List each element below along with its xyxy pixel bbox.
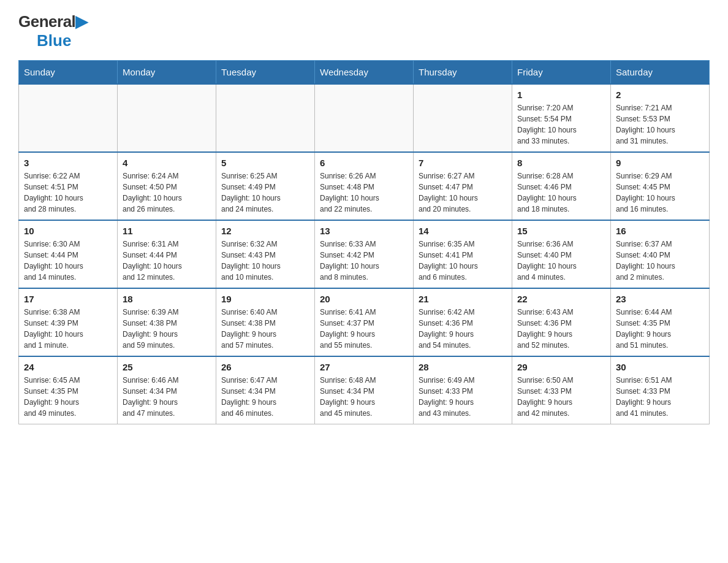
calendar-week-4: 24Sunrise: 6:45 AMSunset: 4:35 PMDayligh… (19, 356, 710, 424)
header-row: SundayMondayTuesdayWednesdayThursdayFrid… (19, 61, 710, 85)
day-info: Sunrise: 6:24 AMSunset: 4:50 PMDaylight:… (123, 170, 211, 215)
day-info: Sunrise: 6:29 AMSunset: 4:45 PMDaylight:… (616, 170, 704, 215)
day-number: 14 (419, 226, 507, 236)
calendar-cell: 7Sunrise: 6:27 AMSunset: 4:47 PMDaylight… (414, 152, 512, 220)
day-info: Sunrise: 6:35 AMSunset: 4:41 PMDaylight:… (419, 239, 507, 283)
header-cell-wednesday: Wednesday (315, 61, 414, 85)
calendar-cell: 13Sunrise: 6:33 AMSunset: 4:42 PMDayligh… (315, 220, 414, 288)
header-cell-monday: Monday (118, 61, 216, 85)
header-cell-sunday: Sunday (19, 61, 118, 85)
calendar-cell: 4Sunrise: 6:24 AMSunset: 4:50 PMDaylight… (118, 152, 216, 220)
calendar-cell: 5Sunrise: 6:25 AMSunset: 4:49 PMDaylight… (216, 152, 315, 220)
day-info: Sunrise: 6:37 AMSunset: 4:40 PMDaylight:… (616, 239, 704, 283)
day-info: Sunrise: 6:27 AMSunset: 4:47 PMDaylight:… (419, 170, 507, 215)
logo-general-text: General▶ (18, 12, 88, 31)
calendar-cell: 9Sunrise: 6:29 AMSunset: 4:45 PMDaylight… (611, 152, 710, 220)
calendar-cell: 25Sunrise: 6:46 AMSunset: 4:34 PMDayligh… (118, 356, 216, 424)
day-info: Sunrise: 6:28 AMSunset: 4:46 PMDaylight:… (517, 170, 605, 215)
day-info: Sunrise: 6:50 AMSunset: 4:33 PMDaylight:… (517, 375, 605, 419)
calendar-cell: 6Sunrise: 6:26 AMSunset: 4:48 PMDaylight… (315, 152, 414, 220)
day-info: Sunrise: 6:43 AMSunset: 4:36 PMDaylight:… (517, 307, 605, 351)
calendar-cell: 2Sunrise: 7:21 AMSunset: 5:53 PMDaylight… (611, 84, 710, 152)
calendar-body: 1Sunrise: 7:20 AMSunset: 5:54 PMDaylight… (19, 84, 710, 424)
calendar-cell: 18Sunrise: 6:39 AMSunset: 4:38 PMDayligh… (118, 288, 216, 356)
calendar-cell: 15Sunrise: 6:36 AMSunset: 4:40 PMDayligh… (512, 220, 611, 288)
day-info: Sunrise: 6:42 AMSunset: 4:36 PMDaylight:… (419, 307, 507, 351)
day-number: 11 (123, 226, 211, 236)
day-info: Sunrise: 7:21 AMSunset: 5:53 PMDaylight:… (616, 102, 704, 147)
header-cell-saturday: Saturday (611, 61, 710, 85)
day-number: 20 (320, 294, 408, 304)
header-cell-tuesday: Tuesday (216, 61, 315, 85)
day-number: 28 (419, 362, 507, 372)
calendar-cell: 24Sunrise: 6:45 AMSunset: 4:35 PMDayligh… (19, 356, 118, 424)
logo: General▶ Blue (18, 12, 88, 50)
calendar-cell: 19Sunrise: 6:40 AMSunset: 4:38 PMDayligh… (216, 288, 315, 356)
day-number: 2 (616, 90, 704, 100)
calendar-cell: 26Sunrise: 6:47 AMSunset: 4:34 PMDayligh… (216, 356, 315, 424)
day-number: 21 (419, 294, 507, 304)
calendar-cell: 27Sunrise: 6:48 AMSunset: 4:34 PMDayligh… (315, 356, 414, 424)
day-number: 16 (616, 226, 704, 236)
day-info: Sunrise: 6:44 AMSunset: 4:35 PMDaylight:… (616, 307, 704, 351)
calendar-cell: 16Sunrise: 6:37 AMSunset: 4:40 PMDayligh… (611, 220, 710, 288)
day-number: 29 (517, 362, 605, 372)
day-number: 12 (221, 226, 309, 236)
calendar-cell (19, 84, 118, 152)
day-info: Sunrise: 6:40 AMSunset: 4:38 PMDaylight:… (221, 307, 309, 351)
header: General▶ Blue (18, 12, 710, 50)
day-number: 9 (616, 158, 704, 168)
calendar-cell: 8Sunrise: 6:28 AMSunset: 4:46 PMDaylight… (512, 152, 611, 220)
day-info: Sunrise: 6:33 AMSunset: 4:42 PMDaylight:… (320, 239, 408, 283)
calendar-cell: 20Sunrise: 6:41 AMSunset: 4:37 PMDayligh… (315, 288, 414, 356)
logo-blue-text: Blue (37, 31, 71, 50)
day-number: 25 (123, 362, 211, 372)
header-cell-thursday: Thursday (414, 61, 512, 85)
day-info: Sunrise: 6:39 AMSunset: 4:38 PMDaylight:… (123, 307, 211, 351)
calendar-cell (216, 84, 315, 152)
day-number: 15 (517, 226, 605, 236)
day-info: Sunrise: 6:36 AMSunset: 4:40 PMDaylight:… (517, 239, 605, 283)
day-info: Sunrise: 6:31 AMSunset: 4:44 PMDaylight:… (123, 239, 211, 283)
day-info: Sunrise: 6:45 AMSunset: 4:35 PMDaylight:… (24, 375, 112, 419)
day-number: 5 (221, 158, 309, 168)
calendar-cell: 22Sunrise: 6:43 AMSunset: 4:36 PMDayligh… (512, 288, 611, 356)
day-number: 17 (24, 294, 112, 304)
calendar-cell: 30Sunrise: 6:51 AMSunset: 4:33 PMDayligh… (611, 356, 710, 424)
day-number: 24 (24, 362, 112, 372)
day-info: Sunrise: 6:47 AMSunset: 4:34 PMDaylight:… (221, 375, 309, 419)
day-number: 27 (320, 362, 408, 372)
calendar-cell: 3Sunrise: 6:22 AMSunset: 4:51 PMDaylight… (19, 152, 118, 220)
day-info: Sunrise: 6:32 AMSunset: 4:43 PMDaylight:… (221, 239, 309, 283)
day-number: 30 (616, 362, 704, 372)
day-info: Sunrise: 6:22 AMSunset: 4:51 PMDaylight:… (24, 170, 112, 215)
calendar-cell: 14Sunrise: 6:35 AMSunset: 4:41 PMDayligh… (414, 220, 512, 288)
calendar-cell: 10Sunrise: 6:30 AMSunset: 4:44 PMDayligh… (19, 220, 118, 288)
calendar-week-0: 1Sunrise: 7:20 AMSunset: 5:54 PMDaylight… (19, 84, 710, 152)
day-info: Sunrise: 6:25 AMSunset: 4:49 PMDaylight:… (221, 170, 309, 215)
day-number: 3 (24, 158, 112, 168)
day-number: 10 (24, 226, 112, 236)
day-info: Sunrise: 6:30 AMSunset: 4:44 PMDaylight:… (24, 239, 112, 283)
day-number: 6 (320, 158, 408, 168)
day-info: Sunrise: 7:20 AMSunset: 5:54 PMDaylight:… (517, 102, 605, 147)
calendar-cell: 17Sunrise: 6:38 AMSunset: 4:39 PMDayligh… (19, 288, 118, 356)
calendar-header: SundayMondayTuesdayWednesdayThursdayFrid… (19, 61, 710, 85)
day-number: 23 (616, 294, 704, 304)
calendar-week-1: 3Sunrise: 6:22 AMSunset: 4:51 PMDaylight… (19, 152, 710, 220)
day-number: 13 (320, 226, 408, 236)
day-number: 19 (221, 294, 309, 304)
calendar-cell (118, 84, 216, 152)
calendar-week-2: 10Sunrise: 6:30 AMSunset: 4:44 PMDayligh… (19, 220, 710, 288)
calendar-cell: 21Sunrise: 6:42 AMSunset: 4:36 PMDayligh… (414, 288, 512, 356)
day-number: 18 (123, 294, 211, 304)
day-info: Sunrise: 6:49 AMSunset: 4:33 PMDaylight:… (419, 375, 507, 419)
day-info: Sunrise: 6:41 AMSunset: 4:37 PMDaylight:… (320, 307, 408, 351)
calendar-cell (414, 84, 512, 152)
calendar-cell: 1Sunrise: 7:20 AMSunset: 5:54 PMDaylight… (512, 84, 611, 152)
calendar-cell (315, 84, 414, 152)
calendar-cell: 23Sunrise: 6:44 AMSunset: 4:35 PMDayligh… (611, 288, 710, 356)
day-number: 4 (123, 158, 211, 168)
day-number: 1 (517, 90, 605, 100)
day-info: Sunrise: 6:38 AMSunset: 4:39 PMDaylight:… (24, 307, 112, 351)
